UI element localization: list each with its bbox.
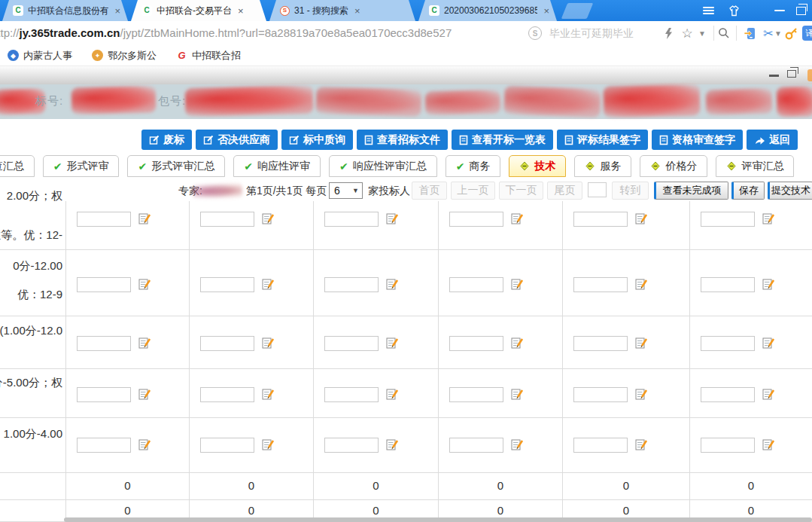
score-input[interactable] — [701, 212, 755, 227]
eval-result-sign-button[interactable]: 评标结果签字 — [557, 130, 648, 150]
search-input[interactable]: 毕业生可延期毕业 — [549, 21, 634, 45]
qualification-sign-button[interactable]: 资格审查签字 — [652, 130, 743, 150]
score-input[interactable] — [449, 277, 503, 292]
void-bid-button[interactable]: 废标 — [141, 130, 192, 150]
score-input[interactable] — [701, 438, 755, 453]
minimize-icon[interactable] — [771, 0, 789, 21]
page-size-select[interactable]: 6▼ — [329, 182, 363, 199]
score-input[interactable] — [200, 212, 254, 227]
prev-page-button[interactable]: 上一页 — [451, 182, 495, 200]
tab-jiagefen[interactable]: 价格分 — [640, 155, 707, 177]
score-input[interactable] — [200, 277, 254, 292]
edit-note-icon[interactable] — [762, 438, 775, 451]
tab-shencha-huizong[interactable]: ✔审查汇总 — [0, 155, 35, 177]
last-page-button[interactable]: 尾页 — [547, 182, 582, 200]
translate-icon[interactable]: 译 — [801, 21, 812, 45]
tab-jishu-active[interactable]: 技术 — [509, 155, 566, 177]
inner-close-icon[interactable] — [807, 69, 812, 81]
score-input[interactable] — [324, 387, 379, 402]
lightning-icon[interactable] — [661, 21, 676, 45]
edit-note-icon[interactable] — [262, 438, 275, 451]
edit-note-icon[interactable] — [138, 438, 151, 451]
bookmark-eerduosi[interactable]: ✦ 鄂尔多斯公 — [92, 49, 157, 63]
bookmark-zhongzhao[interactable]: G 中招联合招 — [176, 49, 241, 63]
edit-note-icon[interactable] — [262, 388, 275, 401]
edit-note-icon[interactable] — [511, 388, 524, 401]
edit-note-icon[interactable] — [262, 278, 275, 291]
browser-tab-1[interactable]: C 中招联合信息股份有限公 × — [2, 0, 128, 21]
score-input[interactable] — [449, 387, 503, 402]
view-unfinished-button[interactable]: 查看未完成项 — [654, 182, 728, 200]
edit-note-icon[interactable] — [511, 278, 524, 291]
next-page-button[interactable]: 下一页 — [499, 182, 543, 200]
tab-xingshi-huizong[interactable]: ✔形式评审汇总 — [127, 155, 225, 177]
edit-note-icon[interactable] — [635, 388, 648, 401]
tab-xiangyingxing-pingshen[interactable]: ✔响应性评审 — [233, 155, 321, 177]
restore-icon[interactable] — [792, 0, 810, 21]
goto-page-input[interactable] — [588, 182, 607, 197]
score-input[interactable] — [701, 387, 755, 402]
edit-note-icon[interactable] — [262, 337, 275, 350]
edit-note-icon[interactable] — [635, 212, 648, 225]
score-input[interactable] — [573, 336, 628, 351]
score-input[interactable] — [573, 387, 628, 402]
edit-note-icon[interactable] — [635, 278, 648, 291]
tab-close-icon[interactable]: × — [543, 5, 549, 17]
score-input[interactable] — [324, 438, 379, 453]
score-input[interactable] — [573, 212, 628, 227]
inner-restore-icon[interactable] — [787, 70, 796, 78]
score-input[interactable] — [200, 438, 254, 453]
score-input[interactable] — [324, 212, 379, 227]
chevron-down-icon[interactable]: ▼ — [774, 21, 782, 45]
edit-note-icon[interactable] — [138, 388, 151, 401]
score-input[interactable] — [324, 277, 379, 292]
horizontal-scrollbar[interactable] — [64, 517, 812, 522]
return-button[interactable]: 返回 — [747, 130, 798, 150]
score-input[interactable] — [77, 277, 131, 292]
score-input[interactable] — [200, 336, 254, 351]
edit-note-icon[interactable] — [138, 212, 151, 225]
goto-button[interactable]: 转到 — [612, 182, 649, 200]
tab-pingshen-huizong[interactable]: 评审汇总 — [716, 155, 794, 177]
edit-note-icon[interactable] — [511, 212, 524, 225]
theme-shirt-icon[interactable] — [724, 0, 744, 21]
score-input[interactable] — [449, 336, 503, 351]
tab-fuwu[interactable]: 服务 — [574, 155, 631, 177]
tab-xingshi-pingshen[interactable]: ✔形式评审 — [43, 155, 120, 177]
edit-note-icon[interactable] — [762, 337, 775, 350]
edit-note-icon[interactable] — [138, 278, 151, 291]
score-input[interactable] — [77, 387, 131, 402]
edit-note-icon[interactable] — [762, 278, 775, 291]
chevron-down-icon[interactable]: ▼ — [697, 21, 707, 45]
edit-note-icon[interactable] — [511, 337, 524, 350]
tab-close-icon[interactable]: × — [238, 5, 244, 17]
score-input[interactable] — [701, 336, 755, 351]
bookmark-neimenggu[interactable]: ◆ 内蒙古人事 — [8, 49, 72, 63]
score-input[interactable] — [573, 438, 628, 453]
score-input[interactable] — [77, 212, 131, 227]
score-input[interactable] — [701, 277, 755, 292]
send-to-phone-icon[interactable] — [741, 21, 759, 45]
view-bid-opening-list-button[interactable]: 查看开标一览表 — [452, 130, 553, 150]
edit-note-icon[interactable] — [262, 212, 275, 225]
view-tender-doc-button[interactable]: 查看招标文件 — [357, 130, 448, 150]
menu-hamburger-icon[interactable] — [698, 0, 718, 21]
search-icon[interactable] — [714, 21, 734, 45]
edit-note-icon[interactable] — [138, 337, 151, 350]
score-input[interactable] — [77, 336, 131, 351]
score-input[interactable] — [200, 387, 254, 402]
browser-tab-2-active[interactable]: C 中招联合-交易平台 × — [131, 0, 266, 21]
edit-note-icon[interactable] — [386, 388, 399, 401]
edit-note-icon[interactable] — [635, 438, 648, 451]
edit-note-icon[interactable] — [386, 212, 399, 225]
password-key-icon[interactable] — [783, 21, 799, 45]
edit-note-icon[interactable] — [762, 388, 775, 401]
first-page-button[interactable]: 首页 — [412, 182, 447, 200]
favorite-star-icon[interactable]: ☆ — [679, 21, 695, 45]
edit-note-icon[interactable] — [762, 212, 775, 225]
browser-tab-3[interactable]: S 31 - 搜狗搜索 × — [269, 0, 415, 21]
tab-shangwu[interactable]: ✔商务 — [446, 155, 501, 177]
new-tab-button[interactable] — [561, 3, 593, 19]
tab-close-icon[interactable]: × — [114, 5, 120, 17]
edit-note-icon[interactable] — [635, 337, 648, 350]
